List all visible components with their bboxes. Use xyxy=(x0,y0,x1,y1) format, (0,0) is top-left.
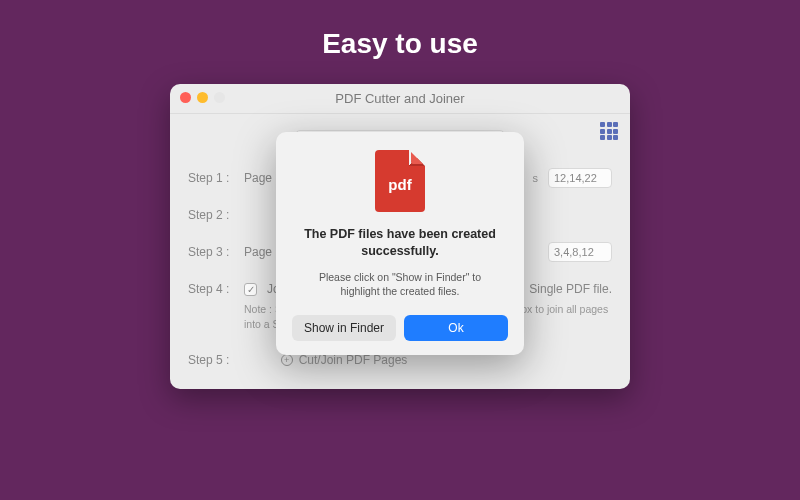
ok-button[interactable]: Ok xyxy=(404,315,508,341)
step-3-page-range-field[interactable]: 3,4,8,12 xyxy=(548,242,612,262)
cut-join-button-label: Cut/Join PDF Pages xyxy=(299,353,408,367)
pdf-file-icon: pdf xyxy=(375,150,425,212)
marketing-headline: Easy to use xyxy=(322,28,478,60)
step-1-hint: s xyxy=(533,172,539,184)
join-checkbox[interactable]: ✓ xyxy=(244,283,257,296)
plus-circle-icon: + xyxy=(281,354,293,366)
step-2-label: Step 2 : xyxy=(188,208,234,222)
grid-view-icon[interactable] xyxy=(600,122,618,140)
close-window-button[interactable] xyxy=(180,92,191,103)
step-5-label: Step 5 : xyxy=(188,353,234,367)
dialog-title: The PDF files have been created successf… xyxy=(292,226,508,260)
pdf-icon-text: pdf xyxy=(388,176,411,193)
dialog-button-row: Show in Finder Ok xyxy=(292,315,508,341)
success-dialog: pdf The PDF files have been created succ… xyxy=(276,132,524,355)
step-1-label: Step 1 : xyxy=(188,171,234,185)
minimize-window-button[interactable] xyxy=(197,92,208,103)
app-window: PDF Cutter and Joiner + Choose First PDF… xyxy=(170,84,630,389)
join-tail-label: Single PDF file. xyxy=(529,282,612,296)
show-in-finder-button[interactable]: Show in Finder xyxy=(292,315,396,341)
step-4-label: Step 4 : xyxy=(188,282,234,296)
window-controls xyxy=(180,92,225,103)
dialog-subtitle: Please click on "Show in Finder" to high… xyxy=(292,270,508,299)
titlebar: PDF Cutter and Joiner xyxy=(170,84,630,114)
zoom-window-button[interactable] xyxy=(214,92,225,103)
step-3-label: Step 3 : xyxy=(188,245,234,259)
window-title: PDF Cutter and Joiner xyxy=(335,91,464,106)
step-1-page-range-field[interactable]: 12,14,22 xyxy=(548,168,612,188)
